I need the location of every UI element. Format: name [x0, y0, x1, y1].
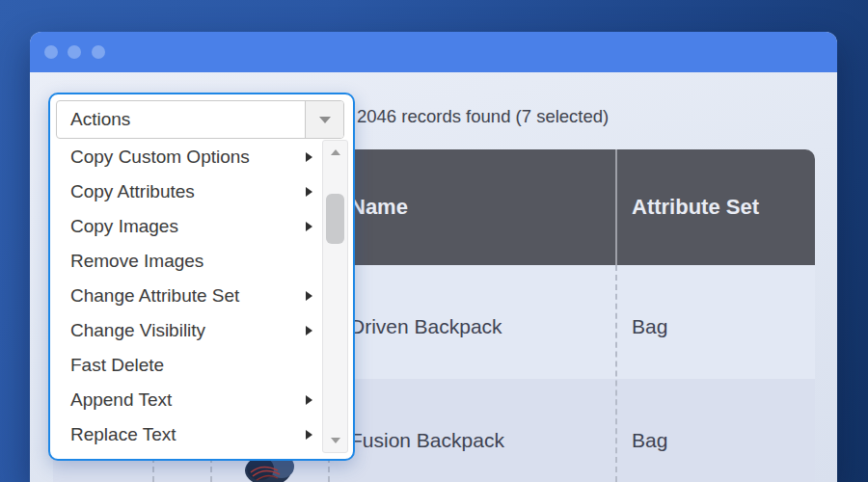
column-header-name[interactable]: Name — [350, 194, 408, 221]
submenu-arrow-icon — [306, 187, 312, 197]
window-control-dot[interactable] — [44, 45, 58, 59]
menu-item-label: Copy Images — [70, 216, 178, 236]
menu-item-label: Replace Text — [70, 424, 176, 444]
menu-item-label: Change Attribute Set — [70, 285, 239, 306]
menu-item-copy-images[interactable]: Copy Images — [54, 209, 320, 244]
browser-window: 2046 records found (7 selected) Name Att… — [30, 32, 837, 482]
actions-dropdown-panel: Actions Copy Custom Options Copy Attribu… — [48, 93, 355, 461]
scrollbar-thumb[interactable] — [326, 194, 344, 244]
menu-item-append-text[interactable]: Append Text — [54, 383, 320, 417]
menu-item-change-attribute-set[interactable]: Change Attribute Set — [54, 279, 320, 313]
submenu-arrow-icon — [306, 395, 312, 405]
menu-item-label: Change Visibility — [70, 320, 205, 340]
menu-scrollbar[interactable] — [322, 140, 348, 453]
menu-item-label: Fast Delete — [70, 355, 164, 375]
menu-item-label: Copy Attributes — [70, 181, 195, 201]
cell-attribute-set: Bag — [632, 428, 667, 453]
submenu-arrow-icon — [306, 152, 312, 162]
scroll-down-icon[interactable] — [331, 438, 340, 443]
menu-item-fast-delete[interactable]: Fast Delete — [54, 348, 320, 383]
column-header-attribute-set[interactable]: Attribute Set — [632, 194, 759, 221]
menu-item-copy-custom-options[interactable]: Copy Custom Options — [54, 140, 320, 174]
backdrop: 2046 records found (7 selected) Name Att… — [0, 0, 868, 482]
menu-item-label: Remove Images — [70, 251, 203, 271]
cell-attribute-set: Bag — [632, 314, 667, 339]
menu-item-remove-images[interactable]: Remove Images — [54, 244, 320, 279]
scroll-up-icon[interactable] — [331, 149, 340, 155]
actions-select-toggle-button[interactable] — [305, 101, 343, 138]
header-column-divider — [615, 149, 617, 265]
submenu-arrow-icon — [306, 326, 312, 335]
records-summary: 2046 records found (7 selected) — [357, 105, 609, 128]
column-divider — [615, 265, 617, 482]
window-titlebar — [30, 32, 837, 72]
actions-menu: Copy Custom Options Copy Attributes Copy… — [54, 140, 320, 452]
actions-select[interactable]: Actions — [56, 100, 344, 139]
window-control-dot[interactable] — [92, 45, 105, 59]
menu-item-label: Append Text — [70, 389, 172, 410]
actions-select-label: Actions — [70, 101, 130, 138]
window-control-dot[interactable] — [68, 45, 81, 59]
submenu-arrow-icon — [306, 430, 312, 440]
submenu-arrow-icon — [306, 222, 312, 231]
menu-item-label: Copy Custom Options — [70, 147, 250, 167]
chevron-down-icon — [319, 117, 331, 123]
cell-name: Fusion Backpack — [350, 428, 504, 453]
menu-item-replace-text[interactable]: Replace Text — [54, 417, 320, 452]
menu-item-copy-attributes[interactable]: Copy Attributes — [54, 174, 320, 209]
menu-item-change-visibility[interactable]: Change Visibility — [54, 313, 320, 348]
page-content: 2046 records found (7 selected) Name Att… — [30, 72, 837, 482]
submenu-arrow-icon — [306, 291, 312, 301]
cell-name: Driven Backpack — [350, 314, 502, 339]
